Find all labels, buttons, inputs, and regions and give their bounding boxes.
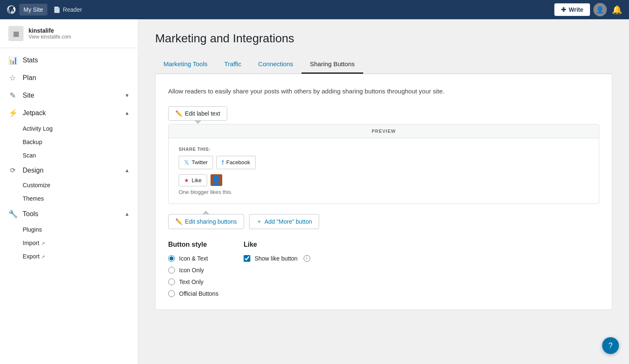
blogger-avatar-icon: 👤 bbox=[211, 175, 221, 185]
sidebar-item-stats[interactable]: 📊 Stats bbox=[0, 52, 138, 69]
pencil-icon: ✏️ bbox=[175, 110, 182, 117]
sidebar-item-activity-log[interactable]: Activity Log bbox=[0, 122, 138, 135]
edit-sharing-label: Edit sharing buttons bbox=[185, 218, 237, 225]
stats-icon: 📊 bbox=[8, 56, 17, 65]
export-external-icon: ↗ bbox=[41, 254, 45, 259]
tools-icon: 🔧 bbox=[8, 209, 17, 219]
site-info: kinstalife View kinstalife.com bbox=[29, 27, 71, 40]
add-more-label: Add "More" button bbox=[265, 218, 312, 225]
card-description: Allow readers to easily share your posts… bbox=[168, 87, 599, 96]
like-button[interactable]: ★ Like bbox=[179, 174, 207, 186]
write-label: Write bbox=[569, 6, 583, 13]
customize-label: Customize bbox=[23, 182, 50, 188]
themes-label: Themes bbox=[23, 195, 44, 202]
main-content: Marketing and Integrations Marketing Too… bbox=[138, 19, 629, 364]
like-label: Like bbox=[192, 177, 202, 183]
write-button[interactable]: ✚ Write bbox=[554, 3, 590, 16]
radio-icon-only-input[interactable] bbox=[168, 267, 175, 274]
tools-chevron-up-icon: ▲ bbox=[125, 211, 130, 217]
share-label: SHARE THIS: bbox=[179, 147, 589, 152]
radio-text-only-input[interactable] bbox=[168, 279, 175, 285]
edit-label-text-label: Edit label text bbox=[185, 110, 220, 117]
sidebar-item-plan[interactable]: ☆ Plan bbox=[0, 69, 138, 87]
write-plus-icon: ✚ bbox=[561, 6, 566, 13]
my-site-label: My Site bbox=[23, 6, 43, 13]
sidebar-item-site[interactable]: ✎ Site ▼ bbox=[0, 87, 138, 104]
reader-icon: 📄 bbox=[53, 6, 60, 13]
like-row: ★ Like 👤 bbox=[179, 174, 589, 186]
facebook-icon: f bbox=[222, 159, 224, 166]
facebook-share-button[interactable]: f Facebook bbox=[216, 156, 255, 169]
show-like-checkbox-label[interactable]: Show like button i bbox=[244, 255, 310, 262]
edit-label-text-button[interactable]: ✏️ Edit label text bbox=[168, 106, 227, 121]
jetpack-label: Jetpack bbox=[23, 109, 46, 117]
plan-icon: ☆ bbox=[8, 73, 17, 83]
plugins-label: Plugins bbox=[23, 226, 42, 233]
radio-official[interactable]: Official Buttons bbox=[168, 290, 218, 297]
edit-sharing-buttons-button[interactable]: ✏️ Edit sharing buttons bbox=[168, 214, 244, 229]
preview-header: PREVIEW bbox=[169, 124, 599, 138]
avatar-icon: 👤 bbox=[596, 6, 604, 14]
site-name: kinstalife bbox=[29, 27, 71, 34]
jetpack-chevron-up-icon: ▲ bbox=[125, 110, 130, 116]
stats-label: Stats bbox=[23, 57, 38, 64]
sidebar-item-export[interactable]: Export ↗ bbox=[0, 250, 138, 263]
tab-marketing-tools[interactable]: Marketing Tools bbox=[155, 55, 216, 74]
user-avatar-button[interactable]: 👤 bbox=[593, 3, 607, 16]
bell-icon: 🔔 bbox=[612, 5, 622, 14]
share-buttons-row: 𝕏 Twitter f Facebook bbox=[179, 156, 589, 169]
radio-icon-text[interactable]: Icon & Text bbox=[168, 255, 218, 262]
design-chevron-up-icon: ▲ bbox=[125, 168, 130, 173]
wordpress-logo[interactable] bbox=[5, 3, 18, 16]
sidebar-item-design[interactable]: ⟳ Design ▲ bbox=[0, 162, 138, 178]
site-url: View kinstalife.com bbox=[29, 34, 71, 40]
action-buttons: ✏️ Edit sharing buttons ＋ Add "More" but… bbox=[168, 214, 599, 229]
help-question-icon: ? bbox=[608, 341, 613, 350]
like-info-icon[interactable]: i bbox=[304, 255, 310, 262]
one-blogger-text: One blogger likes this. bbox=[179, 189, 589, 195]
edit-sharing-pencil-icon: ✏️ bbox=[175, 218, 182, 225]
backup-label: Backup bbox=[23, 139, 42, 145]
star-icon: ★ bbox=[184, 177, 189, 183]
tab-sharing-buttons[interactable]: Sharing Buttons bbox=[302, 55, 363, 74]
like-col: Like Show like button i bbox=[244, 241, 310, 297]
sidebar-item-tools[interactable]: 🔧 Tools ▲ bbox=[0, 205, 138, 223]
add-more-button[interactable]: ＋ Add "More" button bbox=[249, 214, 319, 229]
sidebar-item-customize[interactable]: Customize bbox=[0, 178, 138, 192]
sidebar-item-scan[interactable]: Scan bbox=[0, 149, 138, 162]
tab-connections[interactable]: Connections bbox=[250, 55, 302, 74]
sidebar-item-plugins[interactable]: Plugins bbox=[0, 223, 138, 236]
activity-log-label: Activity Log bbox=[23, 125, 53, 132]
show-like-checkbox[interactable] bbox=[244, 255, 250, 262]
my-site-nav[interactable]: My Site bbox=[19, 4, 47, 15]
site-chevron-down-icon: ▼ bbox=[125, 93, 130, 98]
nav-left: My Site 📄 Reader bbox=[5, 3, 86, 16]
top-nav: My Site 📄 Reader ✚ Write 👤 🔔 bbox=[0, 0, 629, 19]
radio-icon-only-label: Icon Only bbox=[179, 267, 204, 274]
radio-text-only[interactable]: Text Only bbox=[168, 279, 218, 285]
site-nav-label: Site bbox=[23, 92, 34, 99]
radio-official-input[interactable] bbox=[168, 290, 175, 297]
sidebar-item-backup[interactable]: Backup bbox=[0, 135, 138, 149]
tools-label: Tools bbox=[23, 210, 38, 218]
radio-official-label: Official Buttons bbox=[179, 290, 218, 297]
tabs-bar: Marketing Tools Traffic Connections Shar… bbox=[155, 55, 612, 74]
sidebar-item-jetpack[interactable]: ⚡ Jetpack ▲ bbox=[0, 104, 138, 122]
tab-traffic[interactable]: Traffic bbox=[216, 55, 250, 74]
sidebar-item-import[interactable]: Import ↗ bbox=[0, 236, 138, 250]
twitter-share-button[interactable]: 𝕏 Twitter bbox=[179, 156, 213, 169]
radio-icon-only[interactable]: Icon Only bbox=[168, 267, 218, 274]
radio-icon-text-input[interactable] bbox=[168, 255, 175, 262]
page-title: Marketing and Integrations bbox=[155, 32, 612, 45]
reader-nav[interactable]: 📄 Reader bbox=[49, 4, 86, 15]
export-label: Export bbox=[23, 253, 39, 260]
plan-label: Plan bbox=[23, 74, 36, 82]
help-button[interactable]: ? bbox=[602, 337, 619, 354]
sidebar-item-themes[interactable]: Themes bbox=[0, 192, 138, 205]
notifications-button[interactable]: 🔔 bbox=[610, 3, 624, 16]
settings-row: Button style Icon & Text Icon Only Te bbox=[168, 241, 599, 297]
sharing-buttons-card: Allow readers to easily share your posts… bbox=[155, 74, 612, 310]
button-style-title: Button style bbox=[168, 241, 218, 248]
show-like-label: Show like button bbox=[255, 255, 298, 262]
site-nav-icon: ✎ bbox=[8, 91, 17, 100]
